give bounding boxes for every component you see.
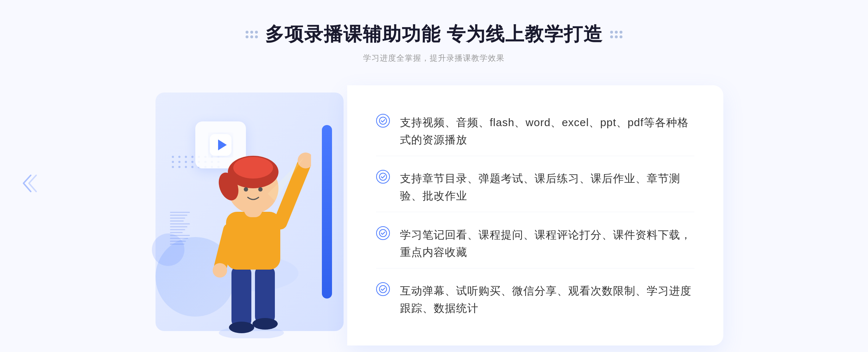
svg-rect-8 bbox=[226, 212, 280, 270]
svg-point-23 bbox=[379, 286, 387, 293]
feature-text-3: 学习笔记回看、课程提问、课程评论打分、课件资料下载，重点内容收藏 bbox=[400, 226, 694, 261]
feature-text-1: 支持视频、音频、flash、word、excel、ppt、pdf等各种格式的资源… bbox=[400, 114, 694, 149]
check-icon-1 bbox=[376, 114, 390, 128]
header-title-wrapper: 多项录播课辅助功能 专为线上教学打造 bbox=[246, 22, 622, 47]
person-figure bbox=[195, 129, 311, 338]
svg-point-12 bbox=[213, 263, 227, 278]
deco-circle-small bbox=[152, 233, 184, 266]
svg-point-19 bbox=[258, 187, 263, 192]
feature-item-3: 学习笔记回看、课程提问、课程评论打分、课件资料下载，重点内容收藏 bbox=[376, 219, 694, 269]
content-panel: 支持视频、音频、flash、word、excel、ppt、pdf等各种格式的资源… bbox=[347, 85, 723, 345]
check-icon-2 bbox=[376, 170, 390, 184]
left-page-arrows bbox=[20, 173, 38, 195]
svg-line-11 bbox=[221, 230, 230, 266]
header: 多项录播课辅助功能 专为线上教学打造 学习进度全掌握，提升录播课教学效果 bbox=[246, 22, 622, 64]
blue-vertical-bar bbox=[322, 125, 332, 299]
header-dots-left bbox=[246, 31, 258, 38]
svg-point-22 bbox=[379, 229, 387, 237]
svg-point-21 bbox=[379, 173, 387, 180]
feature-item-4: 互动弹幕、试听购买、微信分享、观看次数限制、学习进度跟踪、数据统计 bbox=[376, 275, 694, 324]
illustration-panel bbox=[145, 85, 354, 338]
check-icon-4 bbox=[376, 282, 390, 296]
feature-text-4: 互动弹幕、试听购买、微信分享、观看次数限制、学习进度跟踪、数据统计 bbox=[400, 282, 694, 317]
svg-rect-5 bbox=[255, 266, 275, 324]
svg-point-16 bbox=[233, 157, 273, 179]
svg-point-6 bbox=[229, 322, 254, 333]
header-dots-right bbox=[610, 31, 622, 38]
feature-text-2: 支持章节目录、弹题考试、课后练习、课后作业、章节测验、批改作业 bbox=[400, 170, 694, 205]
svg-rect-4 bbox=[231, 266, 251, 327]
svg-point-18 bbox=[244, 187, 248, 192]
svg-point-7 bbox=[252, 318, 278, 330]
feature-item-1: 支持视频、音频、flash、word、excel、ppt、pdf等各种格式的资源… bbox=[376, 107, 694, 156]
check-icon-3 bbox=[376, 226, 390, 240]
feature-item-2: 支持章节目录、弹题考试、课后练习、课后作业、章节测验、批改作业 bbox=[376, 163, 694, 212]
page-subtitle: 学习进度全掌握，提升录播课教学效果 bbox=[246, 53, 622, 64]
page-title: 多项录播课辅助功能 专为线上教学打造 bbox=[265, 22, 603, 47]
svg-point-20 bbox=[379, 117, 387, 124]
page-wrapper: 多项录播课辅助功能 专为线上教学打造 学习进度全掌握，提升录播课教学效果 bbox=[0, 0, 868, 352]
main-content: 支持视频、音频、flash、word、excel、ppt、pdf等各种格式的资源… bbox=[145, 85, 723, 345]
